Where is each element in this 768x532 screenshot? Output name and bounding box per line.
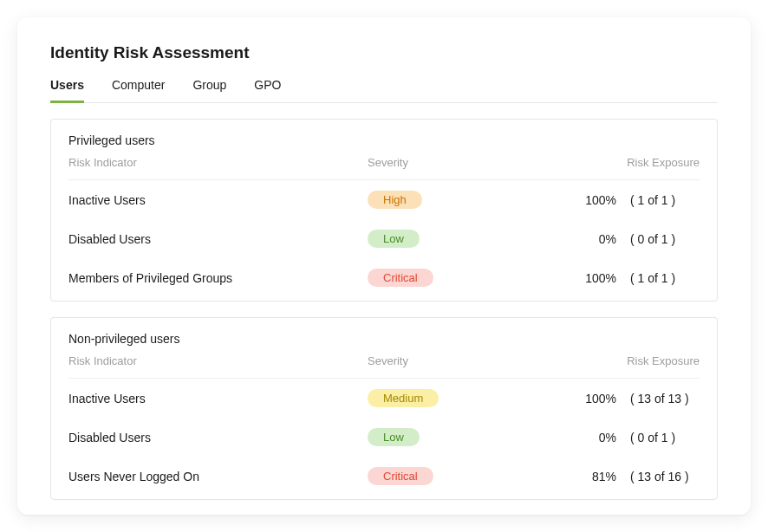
severity-badge: High [368,191,422,209]
exposure-count: ( 0 of 1 ) [630,232,700,246]
risk-exposure: 81%( 13 of 16 ) [498,470,700,483]
section-title: Non-privileged users [68,332,700,346]
severity-cell: Critical [368,269,498,287]
severity-cell: Critical [368,467,498,485]
risk-exposure: 0%( 0 of 1 ) [498,232,700,246]
col-severity: Severity [368,354,498,367]
tab-gpo[interactable]: GPO [254,78,281,103]
exposure-percent: 81% [580,470,616,483]
exposure-count: ( 0 of 1 ) [630,431,700,444]
severity-badge: Low [368,428,420,446]
risk-exposure: 100%( 13 of 13 ) [498,392,700,405]
exposure-percent: 100% [580,271,616,285]
table-row[interactable]: Inactive UsersMedium100%( 13 of 13 ) [68,379,700,418]
table-header: Risk IndicatorSeverityRisk Exposure [68,354,700,379]
risk-indicator: Inactive Users [68,392,368,405]
severity-cell: High [368,191,498,209]
col-severity: Severity [368,156,498,169]
exposure-count: ( 1 of 1 ) [630,271,700,285]
col-indicator: Risk Indicator [68,156,368,169]
severity-badge: Critical [368,467,433,485]
col-indicator: Risk Indicator [68,354,368,367]
risk-indicator: Disabled Users [68,431,368,444]
col-exposure: Risk Exposure [498,156,700,169]
tabs: UsersComputerGroupGPO [50,78,718,103]
risk-indicator: Disabled Users [68,232,368,246]
table-row[interactable]: Members of Privileged GroupsCritical100%… [68,258,700,297]
risk-exposure: 100%( 1 of 1 ) [498,271,700,285]
risk-indicator: Users Never Logged On [68,470,368,483]
table-row[interactable]: Inactive UsersHigh100%( 1 of 1 ) [68,180,700,219]
risk-indicator: Members of Privileged Groups [68,271,368,285]
exposure-percent: 0% [580,232,616,246]
severity-cell: Low [368,230,498,248]
exposure-count: ( 1 of 1 ) [630,193,700,207]
exposure-percent: 100% [580,193,616,207]
page-title: Identity Risk Assessment [50,43,718,62]
table-row[interactable]: Users Never Logged OnCritical81%( 13 of … [68,457,700,496]
assessment-card: Identity Risk Assessment UsersComputerGr… [17,17,751,515]
risk-exposure: 0%( 0 of 1 ) [498,431,700,444]
risk-indicator: Inactive Users [68,193,368,207]
exposure-count: ( 13 of 13 ) [630,392,700,405]
exposure-percent: 0% [580,431,616,444]
severity-badge: Low [368,230,420,248]
section-title: Privileged users [68,133,700,147]
tab-computer[interactable]: Computer [112,78,165,103]
section: Non-privileged usersRisk IndicatorSeveri… [50,317,718,500]
severity-cell: Low [368,428,498,446]
exposure-count: ( 13 of 16 ) [630,470,700,483]
exposure-percent: 100% [580,392,616,405]
tab-group[interactable]: Group [192,78,226,103]
table-header: Risk IndicatorSeverityRisk Exposure [68,156,700,180]
tab-users[interactable]: Users [50,78,84,103]
severity-cell: Medium [368,389,498,407]
risk-exposure: 100%( 1 of 1 ) [498,193,700,207]
table-row[interactable]: Disabled UsersLow0%( 0 of 1 ) [68,219,700,258]
section: Privileged usersRisk IndicatorSeverityRi… [50,119,718,302]
severity-badge: Critical [368,269,433,287]
col-exposure: Risk Exposure [498,354,700,367]
sections: Privileged usersRisk IndicatorSeverityRi… [50,119,718,500]
table-row[interactable]: Disabled UsersLow0%( 0 of 1 ) [68,418,700,457]
severity-badge: Medium [368,389,439,407]
